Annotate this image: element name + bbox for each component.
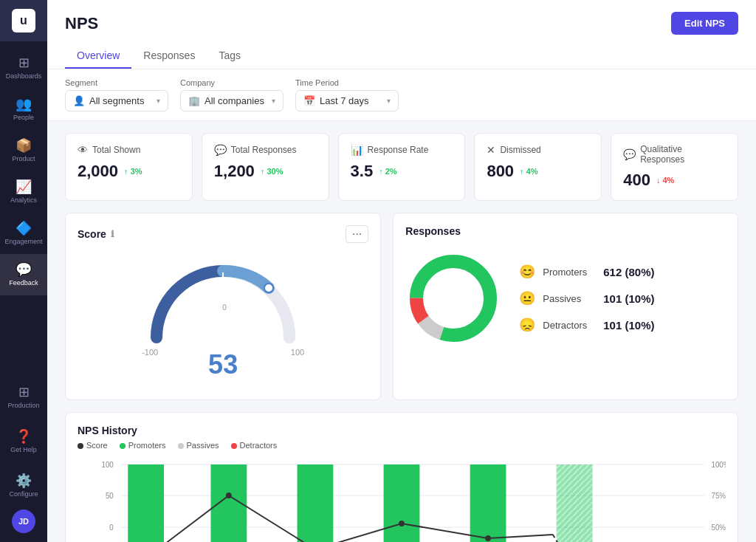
score-value: 53 bbox=[208, 349, 238, 380]
legend-score: Score bbox=[78, 441, 108, 450]
promoters-label: Promoters bbox=[543, 267, 596, 278]
sidebar-item-product[interactable]: 📦 Product bbox=[0, 130, 47, 171]
chart-icon: 📊 bbox=[351, 144, 363, 156]
page-title: NPS bbox=[65, 14, 98, 33]
tab-tags[interactable]: Tags bbox=[207, 44, 252, 69]
legend-items: 😊 Promoters 612 (80%) 😐 Passives 101 (10… bbox=[519, 264, 654, 333]
donut-chart bbox=[405, 250, 501, 346]
sidebar-item-analytics[interactable]: 📈 Analytics bbox=[0, 171, 47, 213]
legend-promoters: 😊 Promoters 612 (80%) bbox=[519, 264, 654, 280]
passives-emoji: 😐 bbox=[519, 290, 535, 306]
engagement-icon: 🔷 bbox=[16, 222, 32, 235]
sidebar-nav: ⊞ Dashboards 👥 People 📦 Product 📈 Analyt… bbox=[0, 41, 47, 377]
sidebar-item-dashboards[interactable]: ⊞ Dashboards bbox=[0, 47, 47, 89]
configure-icon: ⚙️ bbox=[16, 474, 32, 487]
chevron-down-icon: ▾ bbox=[387, 97, 391, 105]
company-value: All companies bbox=[205, 95, 264, 106]
sidebar: u ⊞ Dashboards 👥 People 📦 Product 📈 Anal… bbox=[0, 0, 47, 542]
score-card: Score ℹ ··· bbox=[65, 213, 381, 400]
metric-label: Response Rate bbox=[368, 145, 429, 155]
svg-text:50: 50 bbox=[106, 492, 114, 500]
header: NPS Edit NPS Overview Responses Tags bbox=[47, 0, 756, 69]
edit-nps-button[interactable]: Edit NPS bbox=[671, 12, 738, 35]
score-title: Score ℹ bbox=[78, 228, 114, 240]
metric-header: 💬 Qualitative Responses bbox=[623, 144, 726, 165]
help-icon: ❓ bbox=[16, 430, 32, 443]
production-icon: ⊞ bbox=[18, 385, 30, 399]
legend-promoters: Promoters bbox=[120, 441, 166, 450]
segment-value: All segments bbox=[89, 95, 144, 106]
segment-filter-label: Segment bbox=[65, 78, 168, 87]
segment-icon: 👤 bbox=[73, 95, 85, 106]
metric-value: 800 ↑ 4% bbox=[487, 162, 589, 181]
dashboards-icon: ⊞ bbox=[18, 56, 30, 69]
sidebar-bottom: ⊞ Production ❓ Get Help ⚙️ Configure JD bbox=[0, 377, 47, 542]
metric-card-total-shown: 👁 Total Shown 2,000 ↑ 3% bbox=[65, 133, 193, 201]
time-period-value: Last 7 days bbox=[320, 95, 369, 106]
segment-filter-select[interactable]: 👤 All segments ▾ bbox=[65, 90, 168, 112]
metric-value: 2,000 ↑ 3% bbox=[78, 162, 180, 181]
tab-overview[interactable]: Overview bbox=[65, 44, 131, 69]
x-icon: ✕ bbox=[487, 144, 495, 156]
score-card-header: Score ℹ ··· bbox=[78, 225, 368, 243]
metric-header: 👁 Total Shown bbox=[78, 144, 180, 156]
promoters-emoji: 😊 bbox=[519, 264, 535, 280]
time-period-filter-group: Time Period 📅 Last 7 days ▾ bbox=[295, 78, 399, 112]
more-options-button[interactable]: ··· bbox=[346, 225, 368, 243]
legend-detractors: Detractors bbox=[231, 441, 278, 450]
metric-card-response-rate: 📊 Response Rate 3.5 ↑ 2% bbox=[338, 133, 466, 201]
bar-hatch-6 bbox=[557, 464, 593, 542]
legend-passives: 😐 Passives 101 (10%) bbox=[519, 290, 654, 306]
passives-label: Passives bbox=[543, 293, 596, 304]
responses-card: Responses 😊 bbox=[393, 213, 738, 400]
segment-filter-group: Segment 👤 All segments ▾ bbox=[65, 78, 168, 112]
sidebar-item-engagement[interactable]: 🔷 Engagement bbox=[0, 213, 47, 254]
detractors-emoji: 😞 bbox=[519, 317, 535, 333]
bar-promoters-1 bbox=[128, 464, 164, 542]
svg-text:100: 100 bbox=[102, 461, 114, 469]
metric-change-up: ↑ 4% bbox=[520, 167, 537, 176]
company-icon: 🏢 bbox=[188, 95, 200, 106]
gauge-marker bbox=[264, 284, 273, 292]
sidebar-logo: u bbox=[0, 0, 47, 41]
gauge-max-label: 100 bbox=[291, 348, 304, 357]
product-icon: 📦 bbox=[16, 139, 32, 152]
info-icon: ℹ bbox=[111, 229, 114, 239]
time-period-filter-select[interactable]: 📅 Last 7 days ▾ bbox=[295, 90, 399, 112]
metric-card-qualitative: 💬 Qualitative Responses 400 ↓ 4% bbox=[611, 133, 738, 201]
bar-promoters-5 bbox=[470, 464, 506, 542]
sidebar-item-production[interactable]: ⊞ Production bbox=[0, 377, 47, 418]
score-dot-1 bbox=[226, 493, 232, 498]
sidebar-item-configure[interactable]: ⚙️ Configure bbox=[0, 465, 47, 507]
qualitative-icon: 💬 bbox=[623, 148, 636, 160]
passives-value: 101 (10%) bbox=[603, 292, 654, 305]
sidebar-item-label: Product bbox=[12, 155, 35, 162]
svg-text:75%: 75% bbox=[711, 492, 726, 500]
metric-change-down: ↓ 4% bbox=[656, 176, 674, 185]
avatar[interactable]: JD bbox=[12, 510, 35, 533]
tab-responses[interactable]: Responses bbox=[131, 44, 207, 69]
sidebar-item-feedback[interactable]: 💬 Feedback bbox=[0, 254, 47, 295]
detractors-label: Detractors bbox=[543, 320, 596, 331]
header-top: NPS Edit NPS bbox=[65, 12, 738, 35]
sidebar-item-get-help[interactable]: ❓ Get Help bbox=[0, 421, 47, 462]
history-chart: 100 50 0 -50 100% 75% 50% 25% bbox=[78, 457, 726, 542]
sidebar-item-label: Production bbox=[7, 402, 39, 409]
logo-icon: u bbox=[12, 9, 35, 32]
sidebar-item-people[interactable]: 👥 People bbox=[0, 89, 47, 130]
svg-text:50%: 50% bbox=[711, 524, 726, 532]
gauge-min-label: -100 bbox=[142, 348, 158, 357]
company-filter-label: Company bbox=[180, 78, 284, 87]
metric-value: 1,200 ↑ 30% bbox=[214, 162, 317, 181]
bar-promoters-3 bbox=[298, 464, 334, 542]
promoters-value: 612 (80%) bbox=[603, 266, 654, 278]
feedback-icon: 💬 bbox=[16, 263, 32, 276]
chevron-down-icon: ▾ bbox=[272, 97, 275, 105]
metric-change-up: ↑ 30% bbox=[261, 167, 284, 176]
content-area: 👁 Total Shown 2,000 ↑ 3% 💬 Total Respons… bbox=[47, 121, 756, 542]
sidebar-item-label: Analytics bbox=[10, 196, 37, 204]
analytics-icon: 📈 bbox=[16, 180, 32, 193]
company-filter-select[interactable]: 🏢 All companies ▾ bbox=[180, 90, 284, 112]
gauge-container: -100 0 100 53 bbox=[78, 249, 368, 388]
legend-detractors: 😞 Detractors 101 (10%) bbox=[519, 317, 654, 333]
